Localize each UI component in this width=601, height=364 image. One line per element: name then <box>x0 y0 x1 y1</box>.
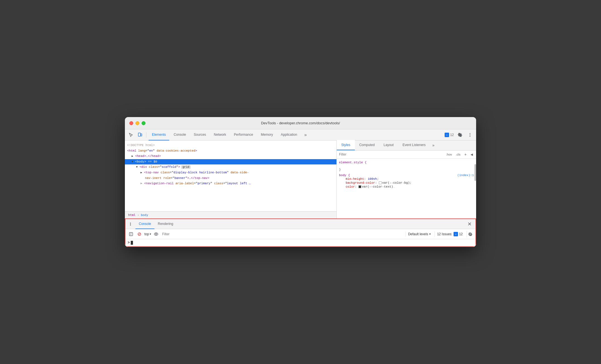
devtools-main: <!DOCTYPE html> <html lang="en" data-coo… <box>125 140 476 219</box>
dom-line-scaffold[interactable]: ▼ <div class="scaffold">grid <box>125 164 336 170</box>
tab-performance[interactable]: Performance <box>231 129 256 140</box>
svg-point-12 <box>155 233 157 235</box>
hover-filter-btn[interactable]: :hov <box>445 152 453 157</box>
console-filter-input[interactable] <box>161 232 404 236</box>
svg-rect-1 <box>141 134 142 136</box>
dom-line-topnav[interactable]: ▶ <top-nav class="display-block hairline… <box>125 170 314 176</box>
breadcrumb-bar: html › body <box>125 211 336 219</box>
fullscreen-button[interactable] <box>142 121 146 125</box>
console-drawer: Console Rendering ✕ <box>125 219 476 247</box>
devtools-container: Elements Console Sources Network Perform… <box>125 129 476 247</box>
toggle-sidebar-btn[interactable]: ◀ <box>469 152 474 157</box>
dom-line-topnav-cont[interactable]: nav-inert role="banner">…</top-nav> <box>125 176 314 181</box>
console-drawer-toolbar: Console Rendering ✕ <box>125 219 476 229</box>
more-options-icon[interactable] <box>466 131 474 139</box>
svg-point-5 <box>470 134 471 135</box>
cls-filter-btn[interactable]: .cls <box>455 152 462 157</box>
grid-badge: grid <box>181 165 191 169</box>
drawer-tab-rendering[interactable]: Rendering <box>154 219 176 229</box>
toolbar-divider <box>146 132 146 138</box>
console-cursor <box>131 241 133 245</box>
style-rule-body: body { (index):1 min-height: 100vh; back… <box>337 173 476 190</box>
window-title: DevTools - developer.chrome.com/docs/dev… <box>261 121 340 125</box>
drawer-menu-icon[interactable] <box>128 220 135 228</box>
svg-point-9 <box>130 225 131 225</box>
select-element-icon[interactable] <box>127 131 135 139</box>
dom-line-doctype: <!DOCTYPE html> <box>125 143 336 148</box>
dom-line-head[interactable]: ▶ <head>…</head> <box>125 154 336 159</box>
more-styles-tabs[interactable]: » <box>430 140 437 150</box>
console-settings-icon[interactable] <box>467 231 473 237</box>
context-selector[interactable]: top ▾ <box>144 232 151 236</box>
tab-sources[interactable]: Sources <box>190 129 209 140</box>
filter-actions: :hov .cls + ◀ <box>445 152 474 157</box>
color-swatch[interactable] <box>358 185 361 188</box>
clear-console-icon[interactable] <box>136 231 143 237</box>
svg-rect-0 <box>138 133 140 136</box>
minimize-button[interactable] <box>135 121 139 125</box>
tab-application[interactable]: Application <box>277 129 300 140</box>
svg-text:≡: ≡ <box>446 134 447 136</box>
issues-icon: ≡ <box>445 133 449 137</box>
title-bar: DevTools - developer.chrome.com/docs/dev… <box>125 117 476 129</box>
styles-filter-bar: :hov .cls + ◀ <box>337 151 476 159</box>
execute-context-icon[interactable] <box>128 231 134 237</box>
close-button[interactable] <box>129 121 133 125</box>
devtools-toolbar: Elements Console Sources Network Perform… <box>125 129 476 140</box>
toolbar-right-section: ≡ 12 <box>445 131 474 139</box>
svg-point-7 <box>130 222 131 223</box>
dom-line-html[interactable]: <html lang="en" data-cookies-accepted> <box>125 148 336 154</box>
console-prompt: > <box>128 241 130 245</box>
devtools-window: DevTools - developer.chrome.com/docs/dev… <box>125 117 476 247</box>
tab-layout[interactable]: Layout <box>379 140 398 150</box>
more-tabs-button[interactable]: » <box>302 131 309 139</box>
default-levels-button[interactable]: Default levels ▾ <box>406 232 433 237</box>
tab-elements[interactable]: Elements <box>149 129 169 140</box>
svg-point-8 <box>130 224 131 224</box>
tab-computed[interactable]: Computed <box>355 140 379 150</box>
issues-button[interactable]: ≡ 12 <box>445 133 454 137</box>
dom-line-navrail[interactable]: ▶ <navigation-rail aria-label="primary" … <box>125 181 314 186</box>
tab-memory[interactable]: Memory <box>258 129 276 140</box>
tab-event-listeners[interactable]: Event Listeners <box>398 140 430 150</box>
svg-point-4 <box>470 133 471 134</box>
console-issues-button[interactable]: 12 Issues: ≡ 12 <box>435 231 465 237</box>
live-expression-icon[interactable] <box>153 231 159 237</box>
breadcrumb-body[interactable]: body <box>140 213 149 217</box>
style-prop-color: color: var(--color-text)… <box>339 185 474 189</box>
console-content-toolbar: top ▾ Default levels ▾ 12 Issues: <box>125 229 476 239</box>
dom-tree[interactable]: <!DOCTYPE html> <html lang="en" data-coo… <box>125 140 336 211</box>
tab-styles[interactable]: Styles <box>337 140 355 150</box>
styles-panel: Styles Computed Layout Event Listeners »… <box>337 140 476 219</box>
elements-panel: <!DOCTYPE html> <html lang="en" data-coo… <box>125 140 337 219</box>
settings-icon[interactable] <box>456 131 464 139</box>
drawer-tab-console[interactable]: Console <box>135 219 154 229</box>
svg-point-6 <box>470 136 471 137</box>
drawer-close-button[interactable]: ✕ <box>466 220 473 228</box>
svg-text:≡: ≡ <box>455 233 456 235</box>
scrollbar-thumb[interactable] <box>474 164 476 181</box>
tab-console[interactable]: Console <box>170 129 189 140</box>
styles-filter-input[interactable] <box>339 152 443 156</box>
breadcrumb-html[interactable]: html <box>127 213 137 217</box>
scrollbar-track[interactable] <box>474 159 476 219</box>
style-rule-element: element.style { } <box>337 160 476 173</box>
console-input-area[interactable]: > <box>125 239 476 246</box>
traffic-lights <box>129 121 146 125</box>
style-prop-bgcolor: background-color: var(--color-bg); <box>339 181 474 185</box>
bgcolor-swatch[interactable] <box>379 181 382 184</box>
issues-count-label: 12 <box>450 133 454 137</box>
tab-network[interactable]: Network <box>210 129 229 140</box>
console-issues-icon: ≡ <box>454 232 458 236</box>
style-prop-minheight: min-height: 100vh; <box>339 177 474 181</box>
device-toolbar-icon[interactable] <box>136 131 144 139</box>
styles-tabs: Styles Computed Layout Event Listeners » <box>337 140 476 151</box>
add-style-btn[interactable]: + <box>463 152 468 157</box>
styles-content: element.style { } body { (index):1 min-h… <box>337 159 476 219</box>
dom-line-body[interactable]: ▼ <body> == $0 <box>125 159 336 165</box>
